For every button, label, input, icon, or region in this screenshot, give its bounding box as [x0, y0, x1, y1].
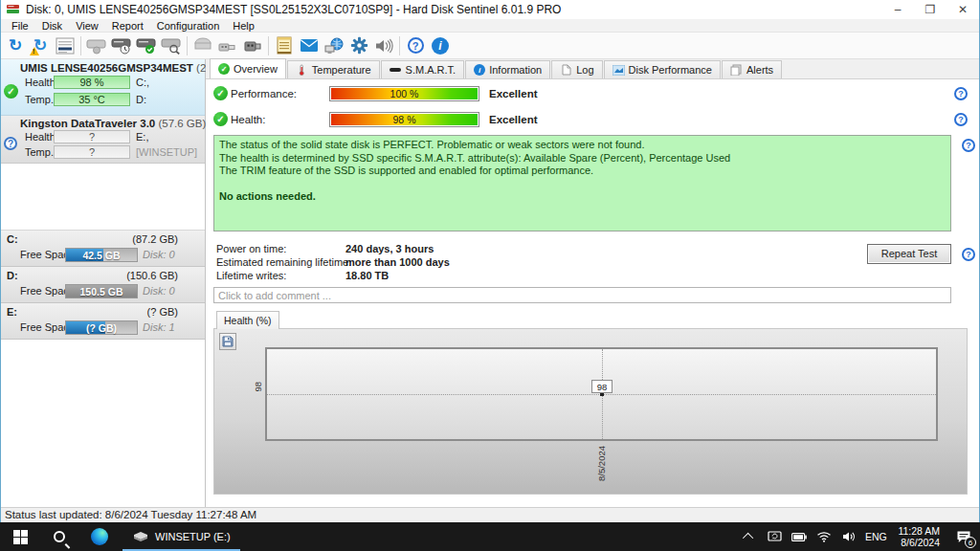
remaining-lifetime-label: Estimated remaining lifetime: [216, 255, 345, 269]
help-icon[interactable]: ? [962, 248, 975, 261]
help-icon[interactable]: ? [954, 113, 968, 126]
temp-bar: ? [54, 145, 130, 159]
network-icon[interactable] [322, 34, 346, 57]
chart-icon [612, 64, 625, 77]
tab-overview[interactable]: ✓Overview [210, 58, 286, 78]
help-icon[interactable]: ? [962, 139, 975, 152]
partition-size: (? GB) [147, 306, 178, 318]
tab-temperature[interactable]: Temperature [287, 60, 380, 78]
usb-plug-icon[interactable] [215, 34, 240, 57]
disk-status-text: The status of the solid state disk is PE… [213, 135, 951, 231]
taskbar-item-label: WINSETUP (E:) [155, 531, 231, 542]
disk-eject-icon[interactable] [84, 34, 109, 57]
mail-icon[interactable] [297, 34, 322, 57]
refresh-warning-icon[interactable]: ↻ [28, 34, 53, 57]
thermometer-icon [296, 64, 308, 77]
health-label: Health: [231, 114, 265, 125]
disk-check-icon[interactable] [134, 34, 159, 57]
menu-configuration[interactable]: Configuration [150, 20, 226, 32]
free-space-bar: 42.5 GB [65, 248, 138, 262]
tray-display-icon[interactable] [762, 522, 787, 551]
comment-input[interactable] [213, 287, 951, 303]
partition-letter: C: [7, 233, 18, 245]
info-icon[interactable]: i [428, 34, 453, 57]
menu-view[interactable]: View [69, 20, 105, 32]
smart-icon [390, 64, 402, 77]
restore-button[interactable]: ❐ [914, 0, 947, 19]
menu-disk[interactable]: Disk [35, 20, 69, 32]
tab-smart[interactable]: S.M.A.R.T. [381, 60, 465, 78]
performance-meter: 100 % [329, 86, 479, 101]
report-icon[interactable] [53, 34, 78, 57]
menu-report[interactable]: Report [105, 20, 150, 32]
tab-alerts[interactable]: Alerts [722, 60, 782, 78]
partition-item-e[interactable]: E: (? GB) Free Space (? GB) Disk: 1 [1, 303, 205, 340]
volume-icon[interactable] [836, 522, 861, 551]
app-window: Disk: 0, UMIS LENSE40256GMSP34MEST [SS0L… [0, 0, 980, 522]
disk-item-kingston[interactable]: Kingston DataTraveler 3.0 (57.6 GB) Disk… [1, 116, 205, 164]
partition-size: (150.6 GB) [126, 270, 178, 281]
repeat-test-button[interactable]: Repeat Test [867, 244, 951, 264]
tray-time: 11:28 AM [898, 525, 940, 537]
disk-gray-icon[interactable] [190, 34, 215, 57]
app-icon [7, 4, 20, 15]
minimize-button[interactable]: – [881, 0, 914, 19]
health-chart-panel: 98 98 8/5/2024 [213, 328, 968, 495]
notes-icon[interactable] [272, 34, 297, 57]
start-button[interactable] [0, 522, 40, 551]
sidebar-spacer [1, 164, 205, 231]
menu-bar: File Disk View Report Configuration Help [1, 19, 979, 33]
action-center-button[interactable]: 6 [947, 522, 980, 551]
tab-disk-performance[interactable]: Disk Performance [604, 60, 721, 78]
tray-chevron-icon[interactable] [737, 522, 762, 551]
screen: Disk: 0, UMIS LENSE40256GMSP34MEST [SS0L… [0, 0, 980, 551]
tab-information[interactable]: iInformation [465, 60, 550, 78]
settings-gear-icon[interactable] [346, 34, 371, 57]
partition-letter: E: [7, 306, 17, 318]
menu-help[interactable]: Help [226, 20, 261, 32]
toolbar: ↻ ↻ [1, 33, 979, 59]
volume-label: [WINSETUP] [136, 146, 197, 158]
disk-title: UMIS LENSE40256GMSP34MEST (238.5 GB) [1, 59, 205, 75]
menu-file[interactable]: File [5, 20, 35, 32]
page-icon [560, 64, 572, 77]
edge-icon [91, 528, 108, 545]
pages-icon [730, 64, 743, 77]
disk-number: Disk: 0 [143, 285, 175, 297]
tab-log[interactable]: Log [551, 60, 602, 78]
edge-taskbar-button[interactable] [78, 522, 121, 551]
close-button[interactable]: ✕ [947, 0, 979, 19]
disk-number: Disk: 1 [143, 321, 175, 333]
disk-number: Disk: 0 [143, 249, 175, 260]
disk-clock-icon[interactable] [109, 34, 134, 57]
clock[interactable]: 11:28 AM 8/6/2024 [890, 525, 947, 548]
usb-plug-dark-icon[interactable] [240, 34, 265, 57]
partition-item-c[interactable]: C: (87.2 GB) Free Space 42.5 GB Disk: 0 [1, 231, 205, 267]
free-space-bar: 150.5 GB [65, 284, 138, 298]
temp-label: Temp.: [25, 146, 56, 158]
taskbar: WINSETUP (E:) ENG 11:28 AM 8/6/2024 [0, 522, 980, 551]
search-button[interactable] [40, 522, 78, 551]
refresh-icon[interactable]: ↻ [3, 34, 28, 57]
chart-tab-health[interactable]: Health (%) [216, 311, 279, 329]
disk-item-umis[interactable]: UMIS LENSE40256GMSP34MEST (238.5 GB) ✓ H… [1, 59, 205, 116]
partition-item-d[interactable]: D: (150.6 GB) Free Space 150.5 GB Disk: … [1, 267, 205, 303]
data-point-label: 98 [591, 380, 612, 393]
battery-icon[interactable] [787, 522, 812, 551]
power-on-time-label: Power on time: [216, 242, 345, 255]
taskbar-item-winsetup[interactable]: WINSETUP (E:) [121, 522, 242, 551]
x-axis-tick: 8/5/2024 [596, 446, 607, 481]
ok-icon: ✓ [213, 86, 228, 100]
help-icon[interactable]: ? [954, 87, 968, 100]
wifi-icon[interactable] [812, 522, 836, 551]
help-icon[interactable]: ? [403, 34, 428, 57]
disk-search-icon[interactable] [159, 34, 184, 57]
remaining-lifetime-value: more than 1000 days [345, 256, 450, 268]
partition-letter: D: [7, 270, 18, 281]
lifetime-info: Power on time:240 days, 3 hours Estimate… [216, 242, 450, 282]
sidebar-empty-area [1, 340, 205, 484]
save-chart-button[interactable] [219, 333, 236, 350]
status-bar: Status last updated: 8/6/2024 Tuesday 11… [1, 507, 979, 522]
sound-icon[interactable] [371, 34, 396, 57]
language-indicator[interactable]: ENG [861, 531, 890, 542]
